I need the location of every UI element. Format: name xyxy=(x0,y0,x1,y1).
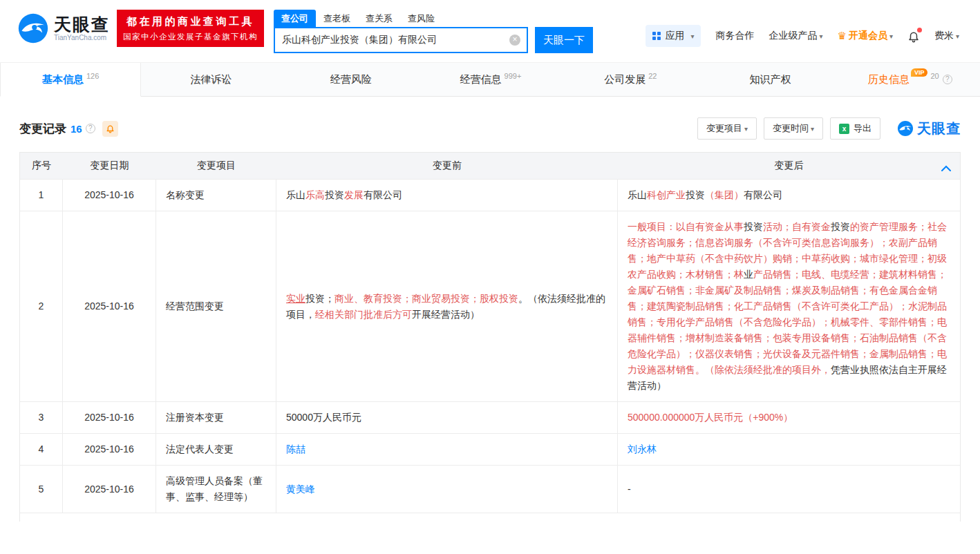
person-link[interactable]: 刘永林 xyxy=(628,443,657,455)
change-records-table: 序号 变更日期 变更项目 变更前 变更后 12025-10-16名称变更乐山乐高… xyxy=(19,152,961,522)
text-segment: 500000.000000万人民币元（+900%） xyxy=(628,412,793,423)
chevron-down-icon: ▾ xyxy=(889,32,893,40)
help-icon[interactable]: ? xyxy=(86,124,95,133)
search-tab-company[interactable]: 查公司 xyxy=(274,10,316,27)
cell-change-item: 经营范围变更 xyxy=(156,211,276,401)
cell-date: 2025-10-16 xyxy=(63,434,156,465)
tianyancha-change-records-page: 天眼查 TianYanCha.com 都在用的商业查询工具 国家中小企业发展子基… xyxy=(0,0,980,522)
logo-name: 天眼查 xyxy=(54,15,110,33)
search-input[interactable] xyxy=(275,28,527,52)
cell-after: - xyxy=(618,466,960,513)
cell-text: - xyxy=(628,481,631,497)
person-link[interactable]: 黄美峰 xyxy=(286,484,315,495)
search-button[interactable]: 天眼一下 xyxy=(535,27,593,53)
nav-tab-legal[interactable]: 法律诉讼 xyxy=(141,63,281,96)
chevron-down-icon: ▾ xyxy=(956,32,959,40)
text-segment: 乐山 xyxy=(628,189,647,200)
cell-after: 一般项目：以自有资金从事投资活动；自有资金投资的资产管理服务；社会经济咨询服务；… xyxy=(618,211,960,401)
text-segment: 科创产业 xyxy=(647,189,686,200)
table-row: 52025-10-16高级管理人员备案（董事、监事、经理等）黄美峰- xyxy=(20,465,960,513)
link-business-cooperation[interactable]: 商务合作 xyxy=(715,30,754,42)
cell-change-item: 高级管理人员备案（董事、监事、经理等） xyxy=(156,466,276,513)
text-segment: 实业 xyxy=(286,293,305,304)
cell-no: 5 xyxy=(20,466,63,513)
cell-text: 实业投资；商业、教育投资；商业贸易投资；股权投资。（依法须经批准的项目，经相关部… xyxy=(286,291,607,323)
search-area: 查公司 查老板 查关系 查风险 × 天眼一下 xyxy=(274,10,599,53)
vip-label: 开通会员 xyxy=(849,30,887,42)
help-icon[interactable]: ? xyxy=(943,75,952,84)
cell-before: 乐山乐高投资发展有限公司 xyxy=(276,180,618,211)
username: 费米 xyxy=(934,30,954,42)
search-tab-relation[interactable]: 查关系 xyxy=(358,10,400,27)
notification-bell-icon[interactable] xyxy=(907,30,920,43)
brand-name: 天眼查 xyxy=(917,120,961,138)
export-button[interactable]: x导出 xyxy=(830,117,880,140)
tab-label: 经营信息 xyxy=(460,73,502,86)
text-segment: 投资 xyxy=(744,221,763,232)
cell-text: 500000.000000万人民币元（+900%） xyxy=(628,410,793,426)
nav-tab-operation-risk[interactable]: 经营风险 xyxy=(281,63,421,96)
text-segment: 商业、教育投资；商业贸易投资；股权投资 xyxy=(334,293,518,304)
text-segment: 投资 xyxy=(831,221,850,232)
text-segment: 投资 xyxy=(686,189,705,200)
text-segment: 活动；自有资金 xyxy=(763,221,831,232)
monitor-bell-button[interactable] xyxy=(102,121,118,137)
text-segment: 乐山 xyxy=(286,189,305,200)
cell-before: 实业投资；商业、教育投资；商业贸易投资；股权投资。（依法须经批准的项目，经相关部… xyxy=(276,211,618,401)
text-segment: 发展 xyxy=(344,189,364,200)
link-enterprise-products[interactable]: 企业级产品▾ xyxy=(769,30,822,42)
cell-date: 2025-10-16 xyxy=(63,466,156,513)
nav-tab-basic-info[interactable]: 基本信息126 xyxy=(0,63,141,97)
search-tab-boss[interactable]: 查老板 xyxy=(316,10,358,27)
table-row: 12025-10-16名称变更乐山乐高投资发展有限公司乐山科创产业投资（集团）有… xyxy=(20,179,960,211)
vip-badge: VIP xyxy=(911,68,928,77)
cooperation-label: 商务合作 xyxy=(715,30,754,42)
nav-tab-development[interactable]: 公司发展22 xyxy=(560,63,700,96)
text-segment: - xyxy=(628,484,631,495)
header-right-nav: 应用 ▾ 商务合作 企业级产品▾ ♛开通会员▾ 费米▾ xyxy=(646,25,959,47)
clear-icon[interactable]: × xyxy=(509,35,520,46)
table-row: 22025-10-16经营范围变更实业投资；商业、教育投资；商业贸易投资；股权投… xyxy=(20,211,960,401)
logo-domain: TianYanCha.com xyxy=(54,34,110,41)
collapse-icon[interactable] xyxy=(941,162,951,174)
apps-label: 应用 xyxy=(665,30,684,42)
brand-icon xyxy=(897,120,914,137)
crown-icon: ♛ xyxy=(837,30,846,42)
tianyancha-logo[interactable]: 天眼查 TianYanCha.com xyxy=(17,12,110,44)
cell-no: 2 xyxy=(20,211,63,401)
apps-menu[interactable]: 应用 ▾ xyxy=(646,25,701,47)
filter-change-time-label: 变更时间 xyxy=(773,122,809,135)
tab-count: 20 xyxy=(930,72,939,80)
cell-after: 刘永林 xyxy=(618,434,960,465)
tab-label: 历史信息 xyxy=(868,73,910,86)
chevron-down-icon: ▾ xyxy=(690,32,694,40)
nav-tab-history[interactable]: 历史信息VIP20? xyxy=(840,63,980,96)
tab-label: 基本信息 xyxy=(42,73,84,86)
col-header-date: 变更日期 xyxy=(63,153,156,179)
nav-tab-business-info[interactable]: 经营信息999+ xyxy=(421,63,560,96)
top-header: 天眼查 TianYanCha.com 都在用的商业查询工具 国家中小企业发展子基… xyxy=(0,0,980,62)
link-open-vip[interactable]: ♛开通会员▾ xyxy=(837,30,892,42)
user-menu[interactable]: 费米▾ xyxy=(934,30,959,42)
text-segment: 经相关部门批准后方可 xyxy=(315,309,412,320)
text-segment: 乐高 xyxy=(305,189,325,200)
cell-change-item: 注册资本变更 xyxy=(156,402,276,433)
tab-label: 公司发展 xyxy=(604,73,646,86)
export-label: 导出 xyxy=(854,122,871,135)
table-header-row: 序号 变更日期 变更项目 变更前 变更后 xyxy=(20,153,960,179)
cell-after: 乐山科创产业投资（集团）有限公司 xyxy=(618,180,960,211)
section-toolbar: 变更项目▾ 变更时间▾ x导出 天眼查 xyxy=(697,117,961,140)
filter-change-item-button[interactable]: 变更项目▾ xyxy=(697,117,757,140)
search-tab-risk[interactable]: 查风险 xyxy=(400,10,442,27)
watermark-brand: 天眼查 xyxy=(897,120,961,138)
nav-tab-ip[interactable]: 知识产权 xyxy=(700,63,840,96)
filter-change-time-button[interactable]: 变更时间▾ xyxy=(764,117,823,140)
cell-before: 50000万人民币元 xyxy=(276,402,618,433)
text-segment: 一般项目：以自有资金从事 xyxy=(628,221,744,232)
cell-before: 黄美峰 xyxy=(276,466,618,513)
enterprise-label: 企业级产品 xyxy=(769,30,817,42)
chevron-down-icon: ▾ xyxy=(819,32,822,40)
cell-text: 乐山科创产业投资（集团）有限公司 xyxy=(628,187,782,203)
person-link[interactable]: 陈喆 xyxy=(286,443,305,455)
col-header-after: 变更后 xyxy=(618,153,960,179)
